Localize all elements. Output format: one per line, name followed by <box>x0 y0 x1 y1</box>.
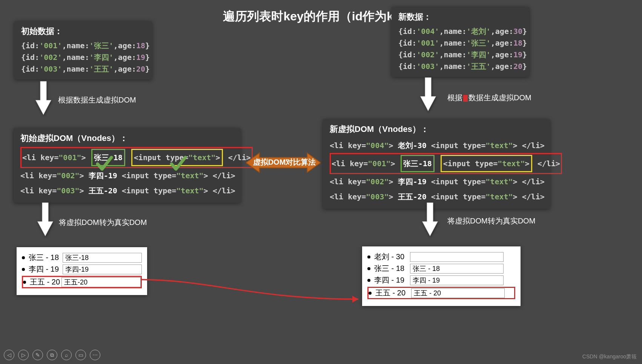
initial-data-label: 初始数据： <box>21 26 145 37</box>
item-input[interactable] <box>61 277 141 287</box>
bullet-icon <box>367 255 370 258</box>
pen-button[interactable]: ✎ <box>32 350 43 360</box>
vnode-row: <li key="002"> 李四-19 <input type="text">… <box>20 168 234 183</box>
list-item: 老刘 - 30 <box>367 252 515 262</box>
vnodes-left-panel: 初始虚拟DOM（Vnodes）： <li key="001"> 张三-18 <i… <box>14 128 241 203</box>
diff-algorithm-label: 虚拟DOM对比算法 <box>251 157 318 167</box>
realdom-left-panel: 张三 - 18李四 - 19王五 - 20 <box>17 247 147 295</box>
arrow-down-icon <box>419 77 438 113</box>
more-button[interactable]: ⋯ <box>90 350 100 360</box>
arrow-down-icon <box>421 202 439 238</box>
list-item: 李四 - 19 <box>367 275 515 285</box>
data-row: {id:'003',name:'王五',age:20} <box>398 61 522 72</box>
arrow-down-icon <box>34 81 53 116</box>
connector-arrow-icon <box>141 279 364 305</box>
vnode-row: <li key="001"> 张三-18 <input type="text">… <box>330 153 543 174</box>
item-label: 老刘 - 30 <box>374 252 410 262</box>
cursor-icon <box>463 95 468 102</box>
vnode-row: <li key="001"> 张三-18 <input type="text">… <box>20 147 234 168</box>
prev-button[interactable]: ◁ <box>4 350 14 360</box>
data-row: {id:'001',name:'张三',age:18} <box>398 37 522 49</box>
data-row: {id:'002',name:'李四',age:19} <box>398 49 522 61</box>
list-item: 张三 - 18 <box>22 252 142 263</box>
item-label: 王五 - 20 <box>30 277 61 287</box>
player-toolbar: ◁ ▷ ✎ ⧉ ⌕ ▭ ⋯ <box>4 350 100 360</box>
item-label: 王五 - 20 <box>375 288 411 298</box>
new-data-label: 新数据： <box>398 11 522 23</box>
item-label: 李四 - 19 <box>374 275 410 285</box>
data-row: {id:'001',name:'张三',age:18} <box>21 40 145 52</box>
bullet-icon <box>369 292 372 295</box>
item-input[interactable] <box>410 264 504 274</box>
next-button[interactable]: ▷ <box>18 350 29 360</box>
vnodes-right-label: 新虚拟DOM（Vnodes）： <box>330 124 543 135</box>
item-input[interactable] <box>410 252 504 262</box>
watermark: CSDN @kangaroo萧筱 <box>582 353 637 360</box>
bullet-icon <box>367 267 370 270</box>
text: 数据生成虚拟DOM <box>468 93 531 102</box>
vnodes-left-label: 初始虚拟DOM（Vnodes）： <box>20 133 234 144</box>
item-input[interactable] <box>63 265 142 274</box>
vnode-row: <li key="004"> 老刘-30 <input type="text">… <box>330 138 543 153</box>
layers-button[interactable]: ⧉ <box>47 350 57 360</box>
text: 根据 <box>447 93 462 102</box>
data-row: {id:'004',name:'老刘',age:30} <box>398 26 522 37</box>
page-title: 遍历列表时key的作用（id作为key） <box>223 8 419 25</box>
realdom-right-panel: 老刘 - 30张三 - 18李四 - 19王五 - 20 <box>362 246 521 306</box>
bullet-icon <box>23 281 26 284</box>
arrow-down-icon <box>36 202 55 238</box>
checkmark-icon <box>170 155 187 173</box>
vnode-row: <li key="003"> 王五-20 <input type="text">… <box>20 183 234 198</box>
step-label-real-left: 将虚拟DOM转为真实DOM <box>59 217 147 228</box>
new-data-panel: 新数据： {id:'004',name:'老刘',age:30}{id:'001… <box>392 7 529 77</box>
list-item: 张三 - 18 <box>367 263 515 274</box>
bullet-icon <box>22 256 25 259</box>
item-input[interactable] <box>410 275 504 285</box>
checkmark-icon <box>96 155 113 173</box>
fit-button[interactable]: ▭ <box>75 350 86 360</box>
step-label-gen-right: 根据数据生成虚拟DOM <box>447 93 531 103</box>
list-item: 李四 - 19 <box>22 264 142 274</box>
item-label: 张三 - 18 <box>29 252 63 263</box>
initial-data-panel: 初始数据： {id:'001',name:'张三',age:18}{id:'00… <box>14 21 152 80</box>
list-item: 王五 - 20 <box>22 276 142 288</box>
item-label: 张三 - 18 <box>374 263 410 274</box>
vnode-row: <li key="002"> 李四-19 <input type="text">… <box>330 174 543 189</box>
zoom-button[interactable]: ⌕ <box>61 350 72 360</box>
vnodes-right-panel: 新虚拟DOM（Vnodes）： <li key="004"> 老刘-30 <in… <box>323 119 550 209</box>
item-input[interactable] <box>63 253 142 263</box>
bullet-icon <box>367 279 370 282</box>
bullet-icon <box>22 268 25 271</box>
item-input[interactable] <box>411 288 505 298</box>
step-label-real-right: 将虚拟DOM转为真实DOM <box>447 216 535 226</box>
data-row: {id:'002',name:'李四',age:19} <box>21 52 145 63</box>
list-item: 王五 - 20 <box>367 287 515 299</box>
step-label-gen-left: 根据数据生成虚拟DOM <box>58 95 136 105</box>
data-row: {id:'003',name:'王五',age:20} <box>21 63 145 75</box>
item-label: 李四 - 19 <box>29 264 63 274</box>
